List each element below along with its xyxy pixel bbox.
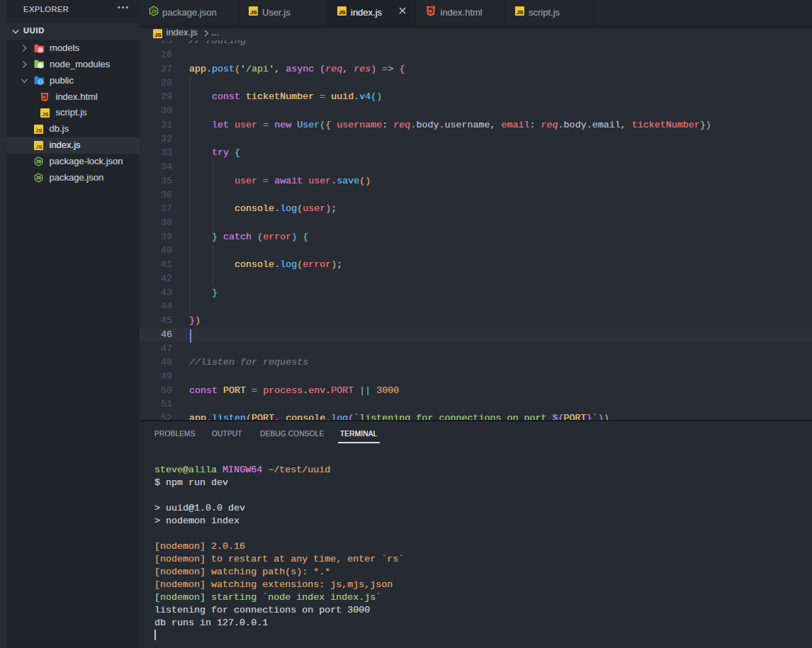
svg-text:JS: JS: [36, 159, 41, 164]
svg-text:JS: JS: [42, 111, 48, 118]
svg-text:JS: JS: [154, 32, 161, 38]
svg-text:JS: JS: [36, 176, 41, 180]
svg-text:JS: JS: [35, 144, 42, 150]
svg-text:JS: JS: [151, 8, 156, 13]
svg-text:JS: JS: [517, 9, 523, 16]
svg-text:JS: JS: [250, 9, 256, 16]
svg-text:JS: JS: [339, 9, 345, 16]
svg-text:JS: JS: [35, 127, 42, 134]
